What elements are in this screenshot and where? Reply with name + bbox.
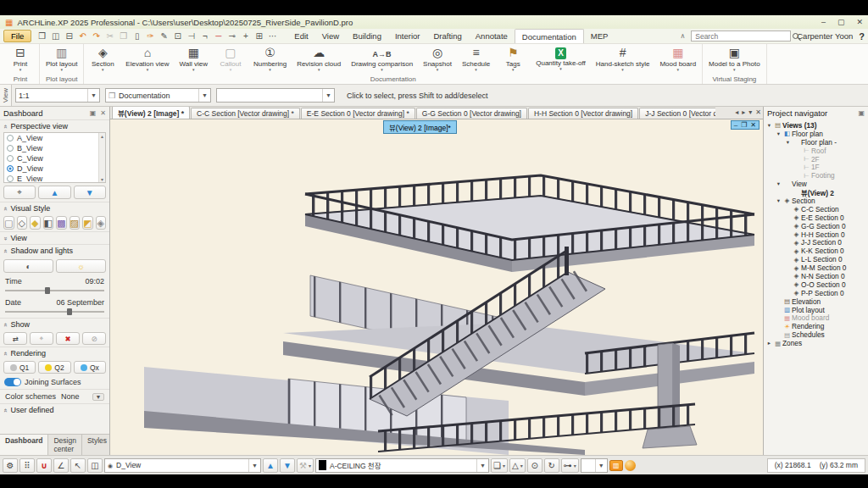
tree-expander-icon[interactable] — [775, 180, 782, 187]
qat-icon[interactable] — [76, 31, 89, 41]
status-view-button[interactable]: ▾ — [491, 458, 508, 473]
tab-list-icon[interactable]: ▾ — [748, 108, 752, 116]
section-visual-style[interactable]: « Visual Style — [0, 202, 109, 214]
tree-item[interactable]: 2F — [764, 155, 868, 164]
tab-scroll-right-icon[interactable]: ▸ — [742, 108, 745, 116]
radio-icon[interactable] — [7, 135, 14, 141]
qat-icon[interactable] — [144, 31, 157, 41]
scroll-down-icon[interactable]: ▾ — [101, 176, 103, 182]
tab-close-icon[interactable]: ✕ — [755, 108, 761, 116]
menu-item[interactable]: Building — [346, 30, 388, 42]
shadow-button[interactable] — [3, 259, 53, 273]
ribbon-button[interactable]: Section ▾ — [85, 44, 120, 75]
tree-item[interactable]: L-L Section 0 — [764, 255, 868, 263]
menu-item[interactable]: Annotate — [469, 30, 515, 42]
status-view-button[interactable]: ▾ — [544, 458, 559, 473]
qat-icon[interactable] — [253, 31, 265, 41]
visual-style-button[interactable]: ▨ — [70, 216, 81, 230]
tree-item[interactable]: C-C Section — [764, 205, 868, 214]
qat-icon[interactable] — [90, 31, 103, 41]
section-view[interactable]: « View — [0, 231, 109, 244]
drawing-canvas[interactable]: 뷰(View) 2 [Image]* – ❐ ✕ — [110, 119, 763, 455]
qat-icon[interactable] — [49, 31, 62, 41]
previous-view-button[interactable] — [263, 458, 278, 473]
show-button[interactable] — [3, 332, 27, 345]
tree-item[interactable]: Mood board — [764, 313, 868, 322]
ribbon-button[interactable]: Callout ▾ — [213, 44, 248, 75]
ribbon-button[interactable]: Model to a Photo ▾ — [704, 44, 765, 75]
tree-item[interactable]: Section — [764, 197, 868, 205]
section-rendering[interactable]: « Rendering — [0, 347, 109, 359]
layer-combo[interactable]: A-CEILING 천장 ▼ — [315, 458, 489, 473]
qat-icon[interactable] — [266, 31, 279, 41]
qat-icon[interactable] — [239, 31, 252, 41]
menu-item[interactable]: Drafting — [427, 30, 469, 42]
show-button[interactable] — [30, 332, 53, 345]
search-input[interactable] — [695, 32, 789, 41]
qat-icon[interactable] — [36, 31, 48, 41]
render-quality-button[interactable]: Qx — [74, 361, 106, 374]
qat-icon[interactable] — [103, 31, 116, 41]
tab-scroll-left-icon[interactable]: ◂ — [735, 108, 738, 116]
radio-icon[interactable] — [7, 165, 14, 172]
tree-item[interactable]: O-O Section 0 — [764, 280, 868, 289]
ribbon-button[interactable]: Quantity take-off ▾ — [531, 44, 591, 75]
perspective-view-option[interactable]: D_View — [4, 164, 105, 174]
menu-item[interactable]: Documentation — [515, 29, 584, 43]
menu-item[interactable]: Interior — [388, 30, 427, 42]
mini-combo[interactable]: ▼ — [581, 458, 608, 473]
minimize-icon[interactable]: – — [821, 18, 826, 26]
tree-item[interactable]: Views (13) — [764, 121, 868, 130]
document-tab[interactable]: J-J Section 0 [Vector drawing] * — [639, 108, 715, 119]
ribbon-button[interactable]: Drawing comparison ▾ — [346, 44, 418, 75]
tree-item[interactable]: Plot layout — [764, 306, 868, 314]
menu-item[interactable]: Edit — [287, 30, 314, 42]
document-tab[interactable]: 뷰(View) 2 [Image] * — [112, 107, 190, 119]
ribbon-button[interactable]: Mood board ▾ — [654, 44, 701, 75]
menu-item[interactable]: View — [315, 30, 346, 42]
section-shadow-lights[interactable]: « Shadow and lights — [0, 244, 109, 257]
tree-item[interactable]: J-J Section 0 — [764, 238, 868, 247]
visual-style-button[interactable]: ▩ — [56, 216, 67, 230]
perspective-view-option[interactable]: E_View — [4, 174, 105, 183]
tree-item[interactable]: H-H Section 0 — [764, 230, 868, 239]
section-show[interactable]: « Show — [0, 318, 109, 330]
tree-item[interactable]: Schedules — [764, 330, 868, 339]
tree-item[interactable]: 1F — [764, 163, 868, 171]
maximize-icon[interactable]: ▢ — [837, 18, 845, 26]
user-name[interactable]: Carpenter Yoon — [797, 31, 853, 41]
sidebar-tab[interactable]: Styles — [82, 435, 113, 455]
qat-icon[interactable] — [185, 31, 198, 41]
show-button[interactable] — [82, 332, 106, 345]
tree-item[interactable]: Elevation — [764, 297, 868, 306]
ribbon-button[interactable]: Tags ▾ — [495, 44, 531, 75]
search-icon[interactable] — [793, 33, 798, 39]
tree-item[interactable]: M-M Section 0 — [764, 263, 868, 272]
tree-expander-icon[interactable] — [765, 122, 773, 129]
viewport-close-icon[interactable]: ✕ — [750, 121, 756, 129]
perspective-view-option[interactable]: A_View — [4, 133, 105, 143]
qat-icon[interactable] — [171, 31, 184, 41]
sidebar-tab[interactable]: Design center — [48, 435, 81, 455]
visual-style-button[interactable]: ◈ — [96, 216, 107, 230]
qat-icon[interactable] — [198, 31, 211, 41]
status-tool-button[interactable] — [36, 458, 52, 473]
status-tool-button[interactable] — [3, 458, 18, 473]
radio-icon[interactable] — [7, 175, 14, 182]
chevron-down-icon[interactable]: ▼ — [198, 89, 208, 102]
ribbon-button[interactable]: Print ▾ — [3, 44, 38, 75]
render-quality-button[interactable]: Q1 — [3, 361, 36, 374]
document-tab[interactable]: E-E Section 0 [Vector drawing] * — [301, 108, 415, 119]
time-slider[interactable] — [5, 287, 104, 294]
perspective-view-option[interactable]: C_View — [4, 153, 105, 164]
document-tab[interactable]: C-C Section [Vector drawing] * — [191, 108, 300, 119]
file-button[interactable]: File — [3, 30, 31, 42]
tree-item[interactable]: Zones — [764, 339, 868, 347]
visual-style-button[interactable]: ◇ — [17, 216, 28, 230]
close-icon[interactable]: ✕ — [100, 109, 106, 117]
status-view-button[interactable]: ▾ — [561, 458, 579, 473]
qat-icon[interactable] — [63, 31, 75, 41]
status-tool-button[interactable] — [70, 458, 86, 473]
search-box[interactable] — [691, 30, 791, 42]
perspective-view-option[interactable]: B_View — [4, 143, 105, 153]
